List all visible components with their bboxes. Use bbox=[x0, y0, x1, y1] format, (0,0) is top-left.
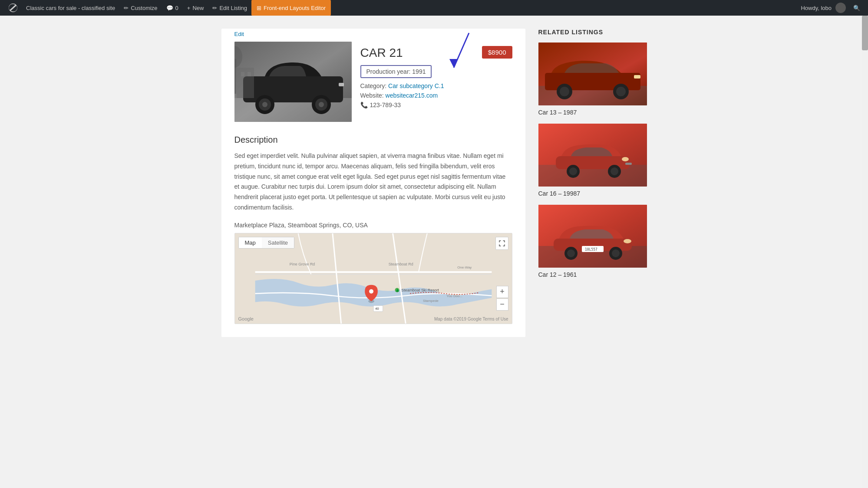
svg-point-42 bbox=[616, 87, 626, 96]
related-item-2[interactable]: Car 16 – 19987 bbox=[538, 124, 647, 197]
related-item-title-3[interactable]: Car 12 – 1961 bbox=[538, 271, 577, 278]
svg-rect-53 bbox=[625, 163, 632, 165]
map-container: Pine Grove Rd Steamboat Rd One-Way Steam… bbox=[234, 233, 512, 324]
pencil-icon: ✏ bbox=[124, 5, 129, 11]
svg-text:Steamboat Rd: Steamboat Rd bbox=[388, 262, 413, 266]
customize-label: Customize bbox=[131, 5, 157, 11]
related-item-3[interactable]: 10L557 Car 12 – 1961 bbox=[538, 205, 647, 278]
zoom-in-button[interactable]: + bbox=[496, 286, 508, 298]
description-title: Description bbox=[234, 135, 512, 145]
sidebar: RELATED LISTINGS bbox=[538, 29, 647, 337]
car-image-svg bbox=[234, 42, 352, 122]
phone-number: 123-789-33 bbox=[370, 102, 401, 108]
new-item[interactable]: + New bbox=[183, 0, 208, 16]
svg-point-51 bbox=[611, 167, 618, 175]
related-item-1[interactable]: Car 13 – 1987 bbox=[538, 43, 647, 116]
svg-text:10L557: 10L557 bbox=[585, 248, 597, 252]
svg-rect-43 bbox=[634, 75, 640, 79]
related-item-title-1[interactable]: Car 13 – 1987 bbox=[538, 109, 577, 116]
svg-point-49 bbox=[569, 167, 577, 175]
svg-text:Pine Grove Rd: Pine Grove Rd bbox=[289, 262, 314, 266]
svg-marker-17 bbox=[449, 59, 458, 68]
svg-point-40 bbox=[560, 87, 569, 96]
map-fullscreen-button[interactable] bbox=[495, 237, 508, 250]
svg-text:Steamboat Ski Resort: Steamboat Ski Resort bbox=[401, 288, 439, 292]
category-link[interactable]: Car subcategory C.1 bbox=[388, 82, 444, 89]
svg-text:Stampede: Stampede bbox=[422, 299, 439, 303]
scrollbar-thumb[interactable] bbox=[862, 16, 868, 50]
description-text: Sed eget imperdiet velit. Nulla pulvinar… bbox=[234, 151, 512, 213]
svg-rect-15 bbox=[248, 72, 251, 76]
related-title: RELATED LISTINGS bbox=[538, 29, 647, 36]
avatar bbox=[835, 3, 846, 13]
plus-icon: + bbox=[187, 5, 191, 11]
svg-point-63 bbox=[612, 249, 620, 257]
svg-point-64 bbox=[624, 239, 631, 243]
listing-info: CAR 21 $8900 Production year: 1991 Categ… bbox=[360, 42, 512, 122]
svg-point-30 bbox=[369, 289, 373, 294]
edit-listing-label: Edit Listing bbox=[219, 5, 247, 11]
map-zoom-buttons: + − bbox=[496, 286, 508, 311]
customize-item[interactable]: ✏ Customize bbox=[119, 0, 162, 16]
svg-rect-14 bbox=[241, 72, 244, 76]
category-label: Category: bbox=[360, 82, 387, 89]
related-item-image-1 bbox=[538, 43, 647, 105]
frontend-editor-label: Front-end Layouts Editor bbox=[264, 5, 326, 11]
website-link[interactable]: websitecar215.com bbox=[386, 92, 438, 99]
map-tabs: Map Satellite bbox=[238, 237, 295, 249]
svg-point-9 bbox=[319, 102, 324, 107]
related-item-image-2 bbox=[538, 124, 647, 187]
fullscreen-icon bbox=[499, 240, 505, 246]
site-name-item[interactable]: Classic cars for sale - classified site bbox=[22, 0, 119, 16]
layout-icon: ⊞ bbox=[257, 5, 261, 11]
related-car-svg-2 bbox=[538, 124, 647, 187]
page-wrapper: Edit bbox=[0, 16, 868, 350]
phone-row: 📞 123-789-33 bbox=[360, 102, 512, 108]
frontend-editor-item[interactable]: ⊞ Front-end Layouts Editor bbox=[251, 0, 331, 16]
zoom-out-button[interactable]: − bbox=[496, 298, 508, 311]
website-row: Website: websitecar215.com bbox=[360, 92, 512, 99]
svg-text:One-Way: One-Way bbox=[457, 265, 472, 269]
related-item-title-2[interactable]: Car 16 – 19987 bbox=[538, 190, 581, 197]
site-name: Classic cars for sale - classified site bbox=[26, 5, 115, 11]
edit-listing-item[interactable]: ✏ Edit Listing bbox=[208, 0, 251, 16]
admin-bar: Classic cars for sale - classified site … bbox=[0, 0, 868, 16]
listing-image bbox=[234, 42, 352, 122]
comments-icon: 💬 bbox=[166, 5, 173, 11]
svg-rect-10 bbox=[339, 83, 344, 86]
svg-point-61 bbox=[567, 249, 575, 257]
listing-header: Edit bbox=[234, 42, 512, 122]
map-copyright: Map data ©2019 Google Terms of Use bbox=[434, 317, 508, 321]
production-year-box: Production year: 1991 bbox=[360, 65, 432, 78]
related-item-image-3: 10L557 bbox=[538, 205, 647, 268]
wordpress-icon bbox=[9, 3, 17, 12]
svg-text:🌲: 🌲 bbox=[396, 288, 399, 292]
price-badge: $8900 bbox=[482, 46, 512, 59]
category-row: Category: Car subcategory C.1 bbox=[360, 82, 512, 89]
svg-text:Yoo Doo...: Yoo Doo... bbox=[446, 294, 462, 298]
comments-count: 0 bbox=[175, 5, 178, 11]
related-car-svg-1 bbox=[538, 43, 647, 105]
related-car-svg-3: 10L557 bbox=[538, 205, 647, 268]
phone-icon: 📞 bbox=[360, 102, 368, 108]
adminbar-right: Howdy, lobo 🔍 bbox=[801, 3, 864, 13]
new-label: New bbox=[192, 5, 204, 11]
scrollbar-track[interactable] bbox=[862, 16, 868, 350]
location-address: Marketplace Plaza, Steamboat Springs, CO… bbox=[234, 222, 512, 229]
svg-rect-13 bbox=[237, 68, 254, 98]
main-content: Edit bbox=[221, 29, 525, 337]
edit-icon: ✏ bbox=[212, 5, 217, 11]
map-tab-satellite[interactable]: Satellite bbox=[262, 237, 294, 248]
comments-item[interactable]: 💬 0 bbox=[162, 0, 183, 16]
wp-logo-item[interactable] bbox=[4, 0, 22, 16]
edit-link[interactable]: Edit bbox=[234, 31, 244, 37]
search-icon[interactable]: 🔍 bbox=[850, 5, 864, 11]
website-label: Website: bbox=[360, 92, 384, 99]
svg-text:40: 40 bbox=[375, 307, 379, 311]
map-tab-map[interactable]: Map bbox=[239, 237, 262, 248]
svg-point-6 bbox=[262, 102, 267, 107]
svg-point-52 bbox=[622, 157, 629, 161]
howdy-label: Howdy, lobo bbox=[801, 5, 832, 11]
google-logo: Google bbox=[238, 316, 254, 321]
